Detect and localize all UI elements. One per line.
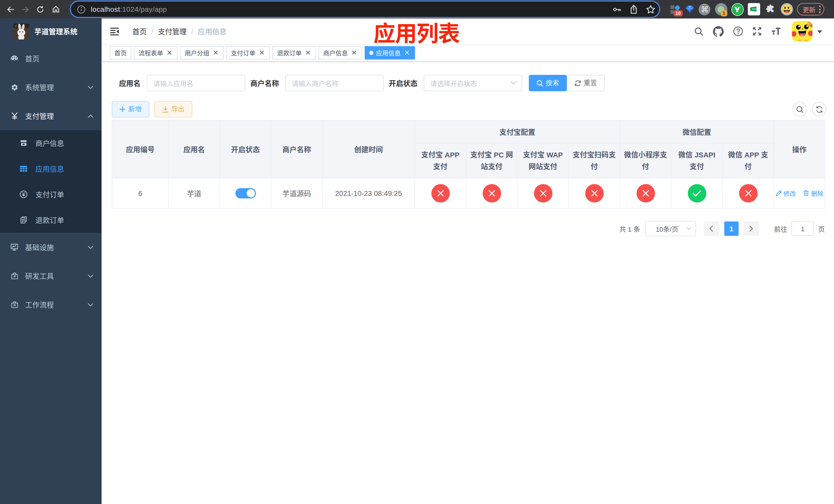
goto-label: 前往 [774,224,787,233]
show-search-button[interactable] [792,102,807,116]
browser-reload-icon[interactable] [37,5,44,13]
extension-v2ex-icon[interactable] [731,3,744,15]
extensions-puzzle-icon[interactable] [764,3,776,15]
goto-page-input[interactable]: 1 [791,222,814,236]
tab-refund-orders[interactable]: 退款订单 [272,46,316,59]
browser-forward-icon[interactable] [22,5,29,13]
sidebar-item-home[interactable]: 首页 [0,44,102,73]
user-avatar[interactable] [792,21,831,42]
fullscreen-icon[interactable] [748,19,766,44]
filter-form: 应用名 请输入应用名 商户名称 请输入商户名称 开启状态 请选择开启状态 搜索 … [112,75,824,91]
header-search-icon[interactable] [689,19,708,44]
col-wechat-jsapi: 微信 JSAPI 支付 [671,143,722,178]
sidebar-item-merchant-info[interactable]: 商户信息 [0,130,102,156]
payment-submenu: 商户信息 应用信息 支付订单 退款订单 [0,130,102,233]
breadcrumb-home[interactable]: 首页 [132,26,147,37]
address-bar[interactable]: localhost:1024/pay/app [71,2,659,17]
sidebar-item-workflow[interactable]: 工作流程 [0,290,102,319]
breadcrumb-payment[interactable]: 支付管理 [158,26,187,37]
logo-rabbit-image [13,23,29,39]
help-icon[interactable] [728,19,748,44]
reset-button[interactable]: 重置 [567,75,605,91]
chevron-down-icon [88,274,93,278]
tab-label: 退款订单 [277,48,302,57]
sidebar-item-infrastructure[interactable]: 基础设施 [0,233,102,261]
browser-menu-icon[interactable] [819,6,821,13]
search-icon [536,80,543,86]
hamburger-icon[interactable] [102,19,132,44]
status-cross-icon [739,184,757,203]
tab-label: 首页 [114,48,127,57]
refresh-table-button[interactable] [812,102,826,116]
sidebar-item-dev-tools[interactable]: 研发工具 [0,261,102,290]
close-icon[interactable] [351,49,357,56]
col-alipay-qr: 支付宝扫码支 付 [569,143,620,178]
update-label: 更新 [803,4,815,14]
sidebar-item-pay-orders[interactable]: 支付订单 [0,182,102,207]
avatar-pikachu-image [792,21,812,42]
search-button[interactable]: 搜索 [529,75,567,91]
browser-back-icon[interactable] [7,5,14,13]
add-button[interactable]: 新增 [112,101,149,117]
caret-down-icon [816,27,823,36]
export-button[interactable]: 导出 [154,101,192,117]
page-number[interactable]: 1 [724,222,739,236]
bookmark-star-icon[interactable] [646,4,656,14]
sidebar-item-system[interactable]: 系统管理 [0,73,102,101]
page-size-select[interactable]: 10条/页 [645,221,696,236]
extension-gem-icon[interactable] [685,3,695,15]
emoji-extension-icon[interactable] [781,3,793,15]
col-wechat-lite: 微信小程序支 付 [620,143,671,178]
apps-table: 应用编号 应用名 开启状态 商户名称 创建时间 支付宝配置 微信配置 操作 支付… [112,120,825,209]
close-icon[interactable] [212,49,219,56]
chevron-up-icon [88,114,93,118]
tab-pay-orders[interactable]: 支付订单 [226,46,270,59]
password-key-icon[interactable] [612,4,622,14]
close-icon[interactable] [166,49,173,56]
browser-update-button[interactable]: 更新 [797,3,824,15]
col-app-name: 应用名 [169,120,220,178]
status-toggle[interactable] [235,188,256,199]
col-group-wechat: 微信配置 [620,120,774,143]
close-icon[interactable] [259,49,265,56]
extension-recorder-icon[interactable]: 1 [715,3,727,15]
prev-page-button[interactable] [704,222,719,236]
cell-app-id: 6 [112,178,169,208]
site-info-icon[interactable] [77,5,86,14]
browser-home-icon[interactable] [52,5,60,13]
tab-label: 应用信息 [376,48,401,57]
extension-tampermonkey-icon[interactable]: 10 [669,3,681,15]
url-text[interactable]: localhost:1024/pay/app [91,5,167,13]
extension-command-icon[interactable] [699,3,711,15]
font-size-icon[interactable] [766,19,786,44]
app-name-input[interactable]: 请输入应用名 [147,75,245,91]
sidebar-item-app-info[interactable]: 应用信息 [0,156,102,182]
sidebar-menu: 首页 系统管理 支付管理 商户信息 [0,44,102,319]
close-icon[interactable] [305,49,311,56]
tab-merchant-info[interactable]: 商户信息 [319,46,362,59]
breadcrumb-current: 应用信息 [198,26,227,37]
notification-badge: 1 [721,10,727,17]
select-chevron-icon [686,227,692,230]
tab-home[interactable]: 首页 [110,46,131,59]
tab-process-form[interactable]: 流程表单 [134,46,177,59]
status-select[interactable]: 请选择开启状态 [424,75,522,91]
sidebar-item-payment[interactable]: 支付管理 [0,101,102,130]
cell-actions: 修改 删除 [774,178,825,208]
sidebar-logo[interactable]: 芋道管理系统 [0,19,102,44]
sidebar-item-refund-orders[interactable]: 退款订单 [0,207,102,233]
col-alipay-app: 支付宝 APP 支付 [415,143,466,178]
tab-app-info[interactable]: 应用信息 [365,46,415,59]
edit-button[interactable]: 修改 [775,189,796,198]
close-icon[interactable] [404,49,410,56]
extension-chat-icon[interactable] [748,3,760,15]
share-icon[interactable] [629,4,638,14]
merchant-name-input[interactable]: 请输入商户名称 [285,75,384,91]
col-wechat-app: 微信 APP 支 付 [722,143,774,178]
next-page-button[interactable] [744,222,759,236]
documents-icon [20,216,28,224]
monitor-icon [10,243,19,251]
delete-button[interactable]: 删除 [803,189,824,198]
tab-user-group[interactable]: 用户分组 [180,46,224,59]
github-icon[interactable] [708,19,728,44]
